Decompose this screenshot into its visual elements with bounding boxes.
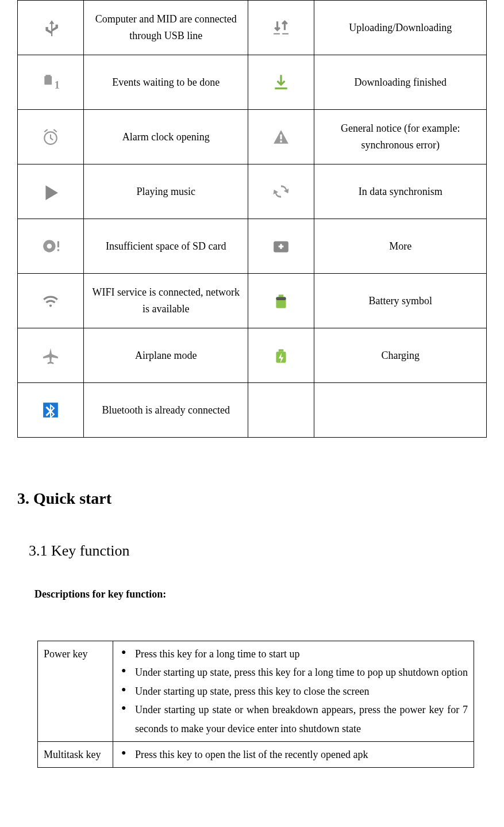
key-desc-cell: Press this key to open the list of the r… bbox=[113, 741, 474, 767]
empty-cell bbox=[248, 383, 314, 438]
icon-desc: General notice (for example: synchronous… bbox=[314, 110, 487, 164]
icon-desc: Airplane mode bbox=[84, 328, 248, 383]
icon-table-row: Bluetooth is already connected bbox=[18, 383, 487, 438]
icon-desc: Charging bbox=[314, 328, 487, 383]
icon-desc: Playing music bbox=[84, 164, 248, 219]
bluetooth-icon bbox=[18, 383, 84, 438]
sync-icon bbox=[248, 164, 314, 219]
icon-desc bbox=[314, 383, 487, 438]
key-desc-cell: Press this key for a long time to start … bbox=[113, 641, 474, 742]
icon-desc: Uploading/Downloading bbox=[314, 1, 487, 55]
icon-table-row: Insufficient space of SD cardMore bbox=[18, 219, 487, 274]
upload-download-icon bbox=[248, 1, 314, 55]
status-icon-table: Computer and MID are connected through U… bbox=[17, 0, 487, 438]
icon-table-row: Computer and MID are connected through U… bbox=[18, 1, 487, 55]
icon-desc: Bluetooth is already connected bbox=[84, 383, 248, 438]
airplane-icon bbox=[18, 328, 84, 383]
battery-icon bbox=[248, 274, 314, 328]
alarm-icon bbox=[18, 110, 84, 164]
key-bullet: Under starting up state or when breakdow… bbox=[119, 700, 468, 738]
more-icon bbox=[248, 219, 314, 274]
icon-table-row: WIFI service is connected, network is av… bbox=[18, 274, 487, 328]
icon-desc: Downloading finished bbox=[314, 55, 487, 110]
play-icon bbox=[18, 164, 84, 219]
key-bullet: Press this key for a long time to start … bbox=[119, 645, 468, 663]
events-icon bbox=[18, 55, 84, 110]
icon-desc: WIFI service is connected, network is av… bbox=[84, 274, 248, 328]
icon-desc: More bbox=[314, 219, 487, 274]
section-3-title: 3. Quick start bbox=[17, 489, 487, 508]
key-table-row: Multitask keyPress this key to open the … bbox=[38, 741, 474, 767]
subsection-3-1-title: 3.1 Key function bbox=[29, 542, 487, 560]
icon-desc: Insufficient space of SD card bbox=[84, 219, 248, 274]
icon-table-row: Alarm clock openingGeneral notice (for e… bbox=[18, 110, 487, 164]
key-bullet: Under starting up state, press this key … bbox=[119, 663, 468, 681]
icon-desc: Computer and MID are connected through U… bbox=[84, 1, 248, 55]
download-finished-icon bbox=[248, 55, 314, 110]
key-bullet: Press this key to open the list of the r… bbox=[119, 745, 468, 764]
warning-icon bbox=[248, 110, 314, 164]
key-table-row: Power keyPress this key for a long time … bbox=[38, 641, 474, 742]
key-function-desc-heading: Descriptions for key function: bbox=[34, 588, 487, 600]
key-name-cell: Power key bbox=[38, 641, 113, 742]
icon-table-row: Playing musicIn data synchronism bbox=[18, 164, 487, 219]
icon-desc: In data synchronism bbox=[314, 164, 487, 219]
icon-desc: Events waiting to be done bbox=[84, 55, 248, 110]
icon-desc: Battery symbol bbox=[314, 274, 487, 328]
icon-desc: Alarm clock opening bbox=[84, 110, 248, 164]
icon-table-row: Airplane modeCharging bbox=[18, 328, 487, 383]
charging-icon bbox=[248, 328, 314, 383]
key-function-table: Power keyPress this key for a long time … bbox=[37, 641, 474, 768]
wifi-icon bbox=[18, 274, 84, 328]
key-name-cell: Multitask key bbox=[38, 741, 113, 767]
sd-insufficient-icon bbox=[18, 219, 84, 274]
key-bullet: Under starting up state, press this key … bbox=[119, 682, 468, 700]
usb-icon bbox=[18, 1, 84, 55]
icon-table-row: Events waiting to be doneDownloading fin… bbox=[18, 55, 487, 110]
